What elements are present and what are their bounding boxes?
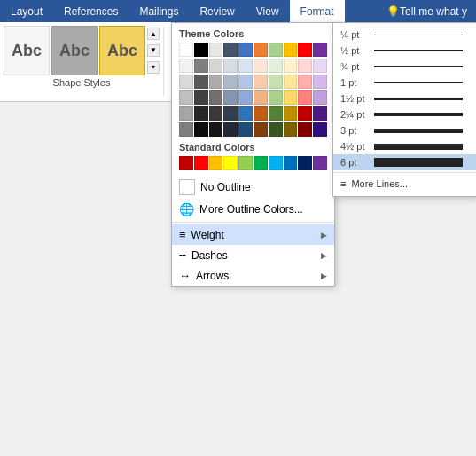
weight-pt-item[interactable]: 2¼ pt [333,106,476,122]
theme-color-swatch[interactable] [298,43,312,57]
theme-color-swatch[interactable] [223,59,238,73]
tab-references[interactable]: References [53,0,129,22]
scroll-expand-btn[interactable]: ▾ [147,61,160,74]
theme-color-swatch[interactable] [254,59,268,73]
theme-color-swatch[interactable] [194,59,208,73]
standard-color-swatch[interactable] [254,156,268,170]
theme-color-swatch[interactable] [238,122,253,137]
theme-color-swatch[interactable] [209,90,223,105]
theme-color-swatch[interactable] [238,106,253,121]
theme-color-swatch[interactable] [254,75,268,89]
theme-color-swatch[interactable] [209,122,223,137]
theme-color-swatch[interactable] [269,122,283,137]
theme-color-swatch[interactable] [209,75,223,89]
theme-color-swatch[interactable] [284,75,298,89]
theme-color-swatch[interactable] [298,122,312,137]
theme-color-swatch[interactable] [313,90,327,105]
theme-color-swatch[interactable] [254,43,268,57]
theme-color-swatch[interactable] [179,122,193,137]
dashes-arrow-icon: ▶ [321,251,327,260]
standard-color-swatch[interactable] [179,156,193,170]
theme-color-swatch[interactable] [223,43,238,57]
theme-color-swatch[interactable] [313,43,327,57]
theme-color-swatch[interactable] [298,75,312,89]
weight-line-container [374,82,471,84]
standard-color-swatch[interactable] [238,156,253,170]
standard-color-swatch[interactable] [298,156,312,170]
weight-pt-item[interactable]: ¼ pt [333,27,476,43]
theme-color-swatch[interactable] [194,122,208,137]
tab-layout[interactable]: Layout [0,0,53,22]
theme-color-swatch[interactable] [298,90,312,105]
theme-color-swatch[interactable] [238,59,253,73]
weight-pt-item[interactable]: 1½ pt [333,90,476,106]
standard-color-swatch[interactable] [313,156,327,170]
dashes-item[interactable]: ╌ Dashes ▶ [172,245,334,265]
tab-mailings[interactable]: Mailings [129,0,189,22]
theme-color-swatch[interactable] [179,43,193,57]
theme-color-swatch[interactable] [254,106,268,121]
theme-color-swatch[interactable] [238,90,253,105]
shape-style-btn-1[interactable]: Abc [4,26,50,75]
weight-pt-item[interactable]: 4½ pt [333,138,476,154]
standard-color-swatch[interactable] [269,156,283,170]
theme-color-swatch[interactable] [313,75,327,89]
arrows-item[interactable]: ↔ Arrows ▶ [172,265,334,286]
weight-item[interactable]: ≡ Weight ▶ [172,224,334,245]
theme-color-swatch[interactable] [179,90,193,105]
theme-color-swatch[interactable] [298,106,312,121]
theme-color-swatch[interactable] [269,43,283,57]
shape-style-btn-3[interactable]: Abc [99,26,145,75]
theme-color-swatch[interactable] [284,90,298,105]
theme-color-swatch[interactable] [269,90,283,105]
theme-color-swatch[interactable] [209,43,223,57]
weight-pt-item[interactable]: 1 pt [333,75,476,90]
standard-color-swatch[interactable] [284,156,298,170]
theme-color-swatch[interactable] [223,90,238,105]
theme-color-swatch[interactable] [194,90,208,105]
weight-pt-item[interactable]: 3 pt [333,122,476,138]
tell-me-area[interactable]: 💡 Tell me what y [378,0,476,22]
theme-color-swatch[interactable] [194,75,208,89]
theme-color-swatch[interactable] [313,106,327,121]
tab-view[interactable]: View [246,0,290,22]
tab-format[interactable]: Format [290,0,345,22]
theme-color-swatch[interactable] [179,106,193,121]
standard-color-swatch[interactable] [209,156,223,170]
theme-color-swatch[interactable] [254,90,268,105]
no-outline-item[interactable]: No Outline [172,176,334,199]
theme-color-swatch[interactable] [284,106,298,121]
theme-color-swatch[interactable] [209,106,223,121]
more-outline-colors-item[interactable]: 🌐 More Outline Colors... [172,199,334,220]
theme-color-swatch[interactable] [298,59,312,73]
more-lines-item[interactable]: ≡ More Lines... [333,175,476,193]
weight-pt-item[interactable]: ¾ pt [333,59,476,75]
theme-color-swatch[interactable] [284,122,298,137]
theme-color-swatch[interactable] [223,122,238,137]
weight-pt-item[interactable]: 6 pt [333,154,476,170]
theme-color-swatch[interactable] [194,106,208,121]
theme-color-swatch[interactable] [269,75,283,89]
theme-color-swatch[interactable] [269,106,283,121]
theme-color-swatch[interactable] [179,59,193,73]
weight-pt-item[interactable]: ½ pt [333,43,476,59]
theme-color-swatch[interactable] [238,43,253,57]
theme-color-swatch[interactable] [284,59,298,73]
theme-color-swatch[interactable] [254,122,268,137]
theme-color-swatch[interactable] [223,75,238,89]
shape-style-btn-2[interactable]: Abc [51,26,98,75]
theme-color-swatch[interactable] [313,59,327,73]
theme-color-swatch[interactable] [209,59,223,73]
theme-color-swatch[interactable] [179,75,193,89]
theme-color-swatch[interactable] [238,75,253,89]
scroll-up-btn[interactable]: ▲ [147,28,160,40]
theme-color-swatch[interactable] [269,59,283,73]
theme-color-swatch[interactable] [194,43,208,57]
theme-color-swatch[interactable] [284,43,298,57]
standard-color-swatch[interactable] [223,156,238,170]
theme-color-swatch[interactable] [223,106,238,121]
tab-review[interactable]: Review [189,0,245,22]
theme-color-swatch[interactable] [313,122,327,137]
standard-color-swatch[interactable] [194,156,208,170]
scroll-down-btn[interactable]: ▼ [147,44,160,57]
